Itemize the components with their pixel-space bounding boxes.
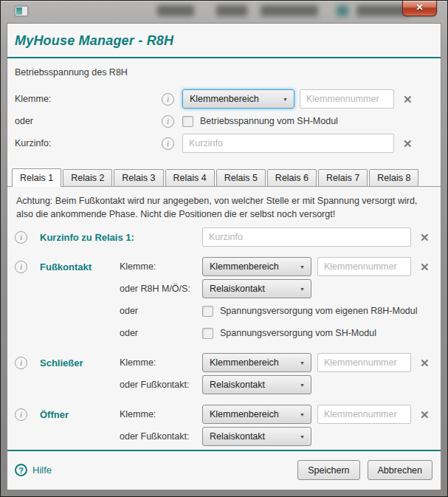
close-button[interactable]: ✕ — [402, 1, 437, 16]
app-icon — [15, 6, 28, 16]
fusskontakt-oder-label1: oder — [120, 306, 202, 316]
titlebar-blur-artifact — [261, 5, 318, 16]
schliesser-relaiskontakt-row: oder Fußkontakt: Relaiskontakt ▼ — [15, 375, 433, 394]
clear-icon[interactable]: ✕ — [403, 94, 413, 105]
schliesser-klemmenbereich-combobox[interactable]: Klemmenbereich ▼ — [202, 353, 311, 372]
tab-relais-6[interactable]: Relais 6 — [267, 169, 317, 186]
kurzinfo-label: Kurzinfo: — [15, 138, 162, 148]
info-icon[interactable]: i — [162, 93, 174, 106]
tab-relais-4[interactable]: Relais 4 — [165, 169, 215, 186]
relais-kurzinfo-label: Kurzinfo zu Relais 1: — [40, 232, 202, 243]
schliesser-klemme-row: i Schließer Klemme: Klemmenbereich ▼ ✕ — [15, 353, 433, 372]
klemmenbereich-combobox[interactable]: Klemmenbereich ▼ — [182, 89, 294, 109]
info-icon[interactable]: i — [162, 137, 174, 150]
app-icon-glyph — [16, 7, 22, 15]
sh-modul-checkbox[interactable] — [182, 116, 193, 127]
combobox-value: Klemmenbereich — [210, 409, 279, 419]
cancel-button[interactable]: Abbrechen — [368, 460, 433, 480]
tab-relais-1[interactable]: Relais 1 — [12, 168, 61, 187]
sh-modul-checkbox-label: Betriebsspannung vom SH-Modul — [200, 116, 338, 126]
page-title: MyHouse Manager - R8H — [15, 33, 433, 49]
fusskontakt-oder-label2: oder — [120, 328, 202, 338]
oeffner-klemmennummer-input[interactable] — [317, 405, 411, 424]
eigenes-r8h-modul-checkbox[interactable] — [202, 306, 213, 317]
fusskontakt-title: Fußkontakt — [40, 261, 120, 273]
relais-1-panel: Achtung: Beim Fußkontakt wird nur angege… — [7, 187, 441, 450]
dialog-window: ✕ MyHouse Manager - R8H Betriebsspannung… — [0, 0, 448, 497]
tab-relais-3[interactable]: Relais 3 — [114, 169, 163, 186]
chevron-down-icon: ▼ — [300, 264, 305, 270]
fusskontakt-checkbox1-row: oder Spannungsversorgung vom eigenen R8H… — [15, 301, 433, 321]
clear-icon[interactable]: ✕ — [420, 232, 430, 243]
klemme-row: Klemme: i Klemmenbereich ▼ ✕ — [15, 89, 433, 109]
fusskontakt-checkbox2-row: oder Spannungsversorgung vom SH-Modul — [15, 323, 433, 343]
clear-icon[interactable]: ✕ — [420, 409, 430, 420]
tab-relais-7[interactable]: Relais 7 — [318, 169, 368, 186]
oeffner-klemme-row: i Öffner Klemme: Klemmenbereich ▼ ✕ — [15, 405, 433, 424]
schliesser-klemmennummer-input[interactable] — [317, 353, 411, 372]
schliesser-oder-label: oder Fußkontakt: — [120, 380, 202, 390]
chevron-down-icon: ▼ — [283, 97, 288, 102]
info-icon[interactable]: i — [15, 261, 27, 273]
help-icon: ? — [15, 464, 27, 476]
fusskontakt-oder-relais-label: oder R8H M/Ö/S: — [120, 284, 202, 294]
dialog-body: MyHouse Manager - R8H Betriebsspannung d… — [7, 23, 441, 490]
kurzinfo-input[interactable] — [182, 134, 394, 153]
clear-icon[interactable]: ✕ — [420, 261, 430, 273]
warning-text: Achtung: Beim Fußkontakt wird nur angege… — [16, 194, 433, 221]
tab-relais-2[interactable]: Relais 2 — [63, 169, 112, 186]
info-icon[interactable]: i — [15, 357, 27, 369]
fusskontakt-sh-modul-checkbox[interactable] — [202, 328, 213, 339]
oeffner-relaiskontakt-row: oder Fußkontakt: Relaiskontakt ▼ — [15, 427, 433, 446]
fusskontakt-klemmennummer-input[interactable] — [317, 257, 411, 276]
section-title: Betriebsspannung des R8H — [15, 67, 433, 78]
oeffner-klemme-label: Klemme: — [120, 409, 202, 419]
tab-relais-5[interactable]: Relais 5 — [216, 169, 266, 186]
klemme-label: Klemme: — [15, 94, 162, 104]
save-button[interactable]: Speichern — [297, 460, 359, 480]
footer: ? Hilfe Speichern Abbrechen — [7, 451, 441, 490]
kurzinfo-row: Kurzinfo: i ✕ — [15, 134, 433, 153]
combobox-value: Klemmenbereich — [210, 261, 279, 272]
oder-label: oder — [15, 116, 162, 126]
oeffner-oder-label: oder Fußkontakt: — [120, 431, 202, 442]
eigenes-r8h-modul-checkbox-label: Spannungsversorgung vom eigenen R8H-Modu… — [220, 306, 418, 316]
combobox-value: Klemmenbereich — [210, 357, 279, 368]
combobox-value: Klemmenbereich — [190, 94, 259, 104]
info-icon[interactable]: i — [15, 231, 27, 244]
fusskontakt-klemme-row: i Fußkontakt Klemme: Klemmenbereich ▼ ✕ — [15, 257, 433, 276]
info-icon[interactable]: i — [15, 408, 27, 421]
oder-row: oder i Betriebsspannung vom SH-Modul — [15, 112, 433, 131]
chevron-down-icon: ▼ — [300, 412, 305, 417]
fusskontakt-klemmenbereich-combobox[interactable]: Klemmenbereich ▼ — [202, 257, 311, 276]
fusskontakt-relaiskontakt-combobox[interactable]: Relaiskontakt ▼ — [202, 279, 311, 298]
titlebar: ✕ — [1, 1, 447, 23]
clear-icon[interactable]: ✕ — [403, 138, 413, 149]
titlebar-blur-artifact — [157, 5, 194, 16]
help-link[interactable]: ? Hilfe — [15, 464, 52, 476]
clear-icon[interactable]: ✕ — [420, 357, 430, 369]
combobox-value: Relaiskontakt — [210, 380, 265, 390]
schliesser-relaiskontakt-combobox[interactable]: Relaiskontakt ▼ — [202, 375, 311, 394]
titlebar-blur-artifact — [337, 5, 348, 16]
schliesser-klemme-label: Klemme: — [120, 357, 202, 368]
relais-tabstrip: Relais 1 Relais 2 Relais 3 Relais 4 Rela… — [7, 168, 441, 187]
oeffner-relaiskontakt-combobox[interactable]: Relaiskontakt ▼ — [202, 427, 311, 446]
fusskontakt-klemme-label: Klemme: — [120, 261, 202, 272]
betriebsspannung-form: Betriebsspannung des R8H Klemme: i Klemm… — [7, 58, 441, 156]
klemmennummer-input[interactable] — [300, 89, 394, 109]
titlebar-blur-artifact — [216, 5, 247, 16]
fusskontakt-relaiskontakt-row: oder R8H M/Ö/S: Relaiskontakt ▼ — [15, 279, 433, 298]
oeffner-title: Öffner — [40, 409, 120, 420]
info-icon[interactable]: i — [162, 115, 174, 128]
relais-kurzinfo-input[interactable] — [202, 227, 411, 247]
oeffner-klemmenbereich-combobox[interactable]: Klemmenbereich ▼ — [202, 405, 311, 424]
schliesser-title: Schließer — [40, 357, 120, 369]
chevron-down-icon: ▼ — [300, 360, 305, 366]
combobox-value: Relaiskontakt — [210, 284, 265, 294]
tab-relais-8[interactable]: Relais 8 — [369, 169, 418, 186]
chevron-down-icon: ▼ — [300, 383, 305, 388]
combobox-value: Relaiskontakt — [210, 431, 265, 442]
chevron-down-icon: ▼ — [300, 287, 305, 292]
help-label: Hilfe — [32, 465, 52, 476]
